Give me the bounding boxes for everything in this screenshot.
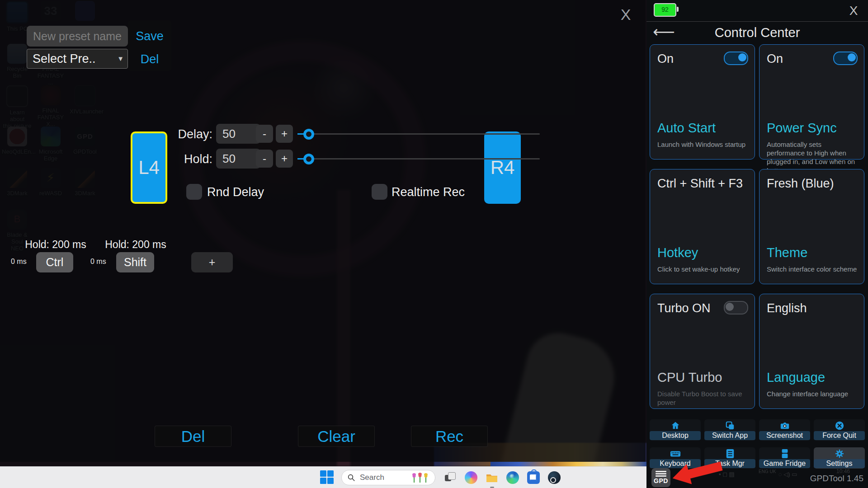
microsoft-store-button[interactable]: [527, 471, 540, 484]
key-l4-button[interactable]: L4: [131, 131, 167, 204]
action-desktop[interactable]: Desktop: [650, 419, 701, 441]
task-manager-icon: [726, 448, 735, 459]
auto-start-status: On: [657, 52, 674, 66]
copilot-button[interactable]: [465, 471, 477, 484]
gpd-tray-icon[interactable]: GPD: [651, 468, 670, 487]
tray-icons: ▪ ◻ ▤: [719, 471, 735, 478]
page-title: Control Center: [646, 25, 868, 40]
delay-plus-button[interactable]: +: [276, 125, 293, 143]
key2-shift-button[interactable]: Shift: [116, 252, 154, 272]
record-macro-button[interactable]: Rec: [411, 426, 488, 447]
key2-delay-info: 0 ms: [90, 258, 106, 266]
task-view-button[interactable]: [444, 471, 457, 484]
theme-value: Fresh (Blue): [767, 177, 834, 191]
key1-hold-info: Hold: 200 ms: [17, 239, 94, 251]
save-preset-button[interactable]: Save: [130, 27, 169, 45]
realtime-rec-checkbox[interactable]: [372, 184, 387, 200]
card-cpu-turbo[interactable]: Turbo ON CPU Turbo Disable Turbo Boost t…: [650, 294, 755, 409]
clear-macro-button[interactable]: Clear: [298, 426, 375, 447]
auto-start-toggle[interactable]: [724, 52, 748, 65]
camera-icon: [780, 420, 790, 431]
control-center-panel: 92 X ⟵ Control Center On Auto Start Laun…: [646, 0, 868, 488]
realtime-rec-label: Realtime Rec: [392, 185, 465, 199]
delay-slider-handle[interactable]: [303, 129, 314, 140]
delete-preset-button[interactable]: Del: [130, 51, 169, 68]
force-quit-icon: [835, 420, 844, 431]
taskbar: [0, 466, 646, 488]
cpu-turbo-status: Turbo ON: [657, 301, 711, 315]
card-title: Auto Start: [657, 121, 716, 136]
cpu-turbo-toggle[interactable]: [724, 301, 748, 314]
delay-value-input[interactable]: [216, 124, 260, 144]
file-explorer-button[interactable]: [486, 471, 498, 484]
card-description: Click to set wake-up hotkey: [657, 265, 750, 273]
card-description: Disable Turbo Boost to save power: [657, 389, 750, 407]
app-version-label: GPDTool 1.45: [782, 474, 863, 483]
delay-minus-button[interactable]: -: [256, 125, 273, 143]
hold-slider[interactable]: [297, 158, 540, 160]
gear-icon: [835, 448, 844, 459]
action-screenshot[interactable]: Screenshot: [759, 419, 810, 441]
card-title: Power Sync: [767, 121, 837, 136]
preset-select-dropdown[interactable]: Select Pre.. ▼: [27, 49, 128, 69]
fridge-icon: [781, 448, 788, 459]
key1-ctrl-button[interactable]: Ctrl: [36, 252, 73, 272]
chevron-down-icon: ▼: [117, 49, 124, 68]
card-description: Launch with Windows startup: [657, 140, 750, 149]
hold-value-input[interactable]: [216, 149, 260, 169]
card-title: Theme: [767, 245, 807, 260]
search-highlight-tulips-icon: [410, 472, 430, 483]
card-theme[interactable]: Fresh (Blue) Theme Switch interface colo…: [759, 169, 864, 284]
delay-slider[interactable]: [297, 133, 540, 135]
screen: This PC 33 Recycle Bin FINAL FANTASY ...…: [0, 0, 868, 488]
delete-macro-button[interactable]: Del: [155, 426, 231, 447]
add-key-button[interactable]: +: [191, 252, 233, 272]
search-input[interactable]: [359, 473, 410, 483]
hold-label: Hold:: [172, 152, 212, 166]
keyboard-icon: [670, 448, 681, 459]
macro-editor-overlay: Save Select Pre.. ▼ Del X L4 R4 Delay: -…: [0, 0, 646, 462]
divider: [646, 21, 868, 22]
language-value: English: [767, 301, 807, 315]
steam-button[interactable]: [548, 471, 561, 484]
taskbar-search[interactable]: [341, 470, 435, 485]
power-sync-status: On: [767, 52, 783, 66]
rnd-delay-checkbox[interactable]: [186, 184, 202, 200]
preset-select-value: Select Pre..: [33, 52, 96, 66]
key2-hold-info: Hold: 200 ms: [97, 239, 174, 251]
start-button[interactable]: [320, 470, 335, 485]
overlay-close-button[interactable]: X: [616, 5, 636, 24]
preset-name-input[interactable]: [27, 26, 128, 47]
delay-label: Delay:: [172, 127, 212, 141]
card-hotkey[interactable]: Ctrl + Shift + F3 Hotkey Click to set wa…: [650, 169, 755, 284]
power-sync-toggle[interactable]: [833, 52, 858, 65]
search-icon: [347, 474, 355, 482]
card-power-sync[interactable]: On Power Sync Automatically sets perform…: [759, 44, 864, 160]
hotkey-combo: Ctrl + Shift + F3: [657, 177, 743, 191]
edge-browser-button[interactable]: [506, 471, 519, 484]
card-language[interactable]: English Language Change interface langua…: [759, 294, 864, 409]
action-keyboard[interactable]: Keyboard: [650, 447, 701, 469]
card-auto-start[interactable]: On Auto Start Launch with Windows startu…: [650, 44, 755, 160]
key-r4-button[interactable]: R4: [484, 131, 521, 204]
action-game-fridge[interactable]: Game Fridge: [759, 447, 810, 469]
home-icon: [670, 420, 680, 431]
card-title: CPU Turbo: [657, 370, 722, 385]
windows-logo-icon: [320, 470, 326, 477]
hold-slider-handle[interactable]: [303, 154, 314, 164]
rnd-delay-label: Rnd Delay: [207, 185, 264, 199]
action-switch-app[interactable]: Switch App: [704, 419, 755, 441]
action-settings[interactable]: Settings: [814, 447, 865, 469]
panel-close-button[interactable]: X: [844, 2, 863, 20]
switch-app-icon: [725, 420, 735, 431]
card-description: Switch interface color scheme: [767, 265, 859, 273]
wallpaper-strip: [491, 462, 646, 466]
hold-plus-button[interactable]: +: [276, 150, 293, 168]
battery-indicator: 92: [654, 3, 676, 17]
hold-minus-button[interactable]: -: [256, 150, 273, 168]
card-title: Language: [767, 370, 825, 385]
hamburger-icon: [656, 471, 666, 478]
key1-delay-info: 0 ms: [11, 258, 27, 266]
folder-icon: [486, 471, 498, 484]
action-force-quit[interactable]: Force Quit: [814, 419, 865, 441]
